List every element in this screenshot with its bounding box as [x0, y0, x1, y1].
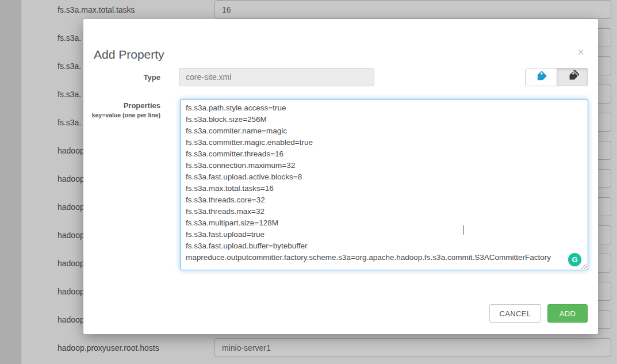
single-property-button[interactable]	[526, 68, 557, 86]
cancel-button[interactable]: CANCEL	[489, 304, 541, 323]
textarea-resize-handle[interactable]	[581, 263, 587, 269]
property-mode-toggle	[525, 68, 588, 86]
properties-label: Properties	[91, 101, 160, 110]
close-icon[interactable]: ×	[575, 47, 587, 58]
add-property-dialog: Add Property × Type	[83, 19, 598, 334]
grammarly-icon[interactable]: G	[568, 253, 581, 266]
properties-textarea[interactable]: fs.s3a.path.style.access=true fs.s3a.blo…	[180, 99, 588, 270]
properties-hint: key=value (one per line)	[72, 112, 160, 118]
add-button[interactable]: ADD	[547, 304, 588, 323]
tag-icon	[535, 70, 547, 85]
dialog-title: Add Property	[94, 48, 164, 62]
type-input	[179, 68, 374, 86]
type-label: Type	[91, 73, 160, 82]
properties-field-wrap: fs.s3a.path.style.access=true fs.s3a.blo…	[180, 99, 588, 270]
tags-icon	[566, 70, 579, 85]
bulk-properties-button[interactable]	[557, 68, 588, 86]
